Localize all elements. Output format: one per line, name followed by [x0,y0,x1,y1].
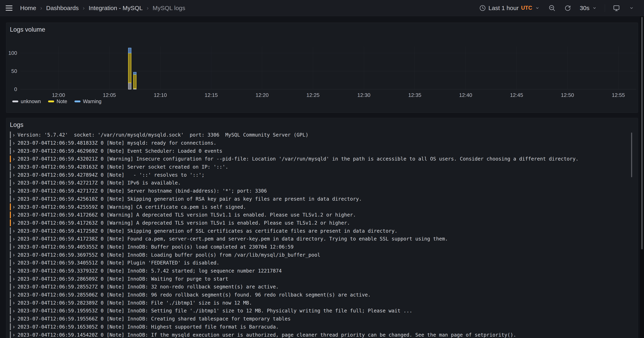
log-row[interactable]: ›2023-07-04T12:06:59.417258Z 0 [Note] Sk… [10,227,628,235]
log-message: 2023-07-04T12:06:59.427172Z 0 [Note] Ser… [18,188,267,194]
expand-chevron-icon[interactable]: › [13,203,15,210]
logs-scrollbar-thumb[interactable] [631,133,632,177]
menu-icon[interactable] [6,6,12,11]
legend-item-note[interactable]: Note [48,99,67,104]
expand-chevron-icon[interactable]: › [13,307,15,314]
expand-chevron-icon[interactable]: › [13,235,15,242]
time-range-picker[interactable]: Last 1 hour UTC [476,3,543,14]
log-row[interactable]: ›2023-07-04T12:06:59.145420Z 0 [Note] In… [10,331,628,338]
log-row[interactable]: ›2023-07-04T12:06:59.427172Z 0 [Note] Se… [10,187,628,195]
expand-chevron-icon[interactable]: › [13,299,15,306]
log-row[interactable]: ›Version: '5.7.42' socket: '/var/run/mys… [10,131,628,139]
bar-segment-Note[interactable] [128,53,131,83]
toolbar-more-dropdown[interactable] [626,3,637,14]
legend-item-unknown[interactable]: unknown [12,99,41,104]
legend-label: Warning [83,99,102,104]
expand-chevron-icon[interactable]: › [13,211,15,218]
expand-chevron-icon[interactable]: › [13,267,15,274]
log-row[interactable]: ›2023-07-04T12:06:59.428163Z 0 [Note] Se… [10,163,628,171]
expand-chevron-icon[interactable]: › [13,164,15,170]
expand-chevron-icon[interactable]: › [13,315,15,322]
log-row[interactable]: ›2023-07-04T12:06:59.405355Z 0 [Note] In… [10,243,628,251]
refresh-interval-label: 30s [580,5,590,12]
log-level-strip-warning [10,219,11,226]
page-scrollbar[interactable] [640,16,644,338]
log-row[interactable]: ›2023-07-04T12:06:59.427217Z 0 [Note] IP… [10,179,628,187]
log-row[interactable]: ›2023-07-04T12:06:59.417238Z 0 [Note] Fo… [10,235,628,243]
expand-chevron-icon[interactable]: › [13,132,15,138]
refresh-button[interactable] [561,3,574,14]
log-row[interactable]: ›2023-07-04T12:06:59.285527Z 0 [Note] In… [10,283,628,291]
kiosk-mode-button[interactable] [610,3,623,14]
expand-chevron-icon[interactable]: › [13,323,15,330]
legend-color-pill [12,101,18,102]
log-row[interactable]: ›2023-07-04T12:06:59.165305Z 0 [Note] In… [10,323,628,331]
log-row[interactable]: ›2023-07-04T12:06:59.285506Z 0 [Note] In… [10,291,628,299]
bar-segment-Note[interactable] [134,74,136,88]
log-level-strip-note [10,291,11,298]
log-message: 2023-07-04T12:06:59.282389Z 0 [Note] Inn… [18,300,252,306]
log-row[interactable]: ›2023-07-04T12:06:59.195953Z 0 [Note] In… [10,307,628,315]
log-level-strip-note [10,259,11,266]
expand-chevron-icon[interactable]: › [13,331,15,338]
log-row[interactable]: ›2023-07-04T12:06:59.432021Z 0 [Warning]… [10,155,628,163]
log-row[interactable]: ›2023-07-04T12:06:59.462969Z 0 [Note] Ev… [10,147,628,155]
log-level-strip-note [10,171,11,178]
page-scrollbar-thumb[interactable] [641,17,643,249]
expand-chevron-icon[interactable]: › [13,179,15,186]
log-level-strip-note [10,307,11,314]
expand-chevron-icon[interactable]: › [13,171,15,178]
chevron-down-icon [535,6,540,11]
logs-scrollbar[interactable] [631,133,632,249]
legend-item-warning[interactable]: Warning [74,99,102,104]
breadcrumb-item[interactable]: MySQL logs [152,5,185,12]
expand-chevron-icon[interactable]: › [13,283,15,290]
panel-title-logs-volume[interactable]: Logs volume [10,26,45,33]
log-row[interactable]: ›2023-07-04T12:06:59.417266Z 0 [Warning]… [10,211,628,219]
log-row[interactable]: ›2023-07-04T12:06:59.282389Z 0 [Note] In… [10,299,628,307]
bar-segment-Warning[interactable] [134,72,136,75]
log-row[interactable]: ›2023-07-04T12:06:59.417263Z 0 [Warning]… [10,219,628,227]
breadcrumb-item[interactable]: Dashboards [46,5,79,12]
panel-logs: Logs ›Version: '5.7.42' socket: '/var/ru… [6,118,638,338]
legend-label: unknown [21,99,41,104]
breadcrumb-separator-icon: › [147,5,148,11]
log-row[interactable]: ›2023-07-04T12:06:59.369755Z 0 [Note] In… [10,251,628,259]
expand-chevron-icon[interactable]: › [13,219,15,226]
expand-chevron-icon[interactable]: › [13,275,15,282]
breadcrumb-item[interactable]: Home [20,5,36,12]
log-row[interactable]: ›2023-07-04T12:06:59.337932Z 0 [Note] In… [10,267,628,275]
x-axis-tick-label: 12:30 [357,92,370,98]
logs-volume-chart[interactable]: 12:0012:0512:1012:1512:2012:2512:3012:35… [6,44,638,99]
breadcrumb-item[interactable]: Integration - MySQL [88,5,142,12]
log-row[interactable]: ›2023-07-04T12:06:59.340551Z 0 [Note] Pl… [10,259,628,267]
log-row[interactable]: ›2023-07-04T12:06:59.427894Z 0 [Note] - … [10,171,628,179]
x-axis-tick-label: 12:00 [52,92,65,98]
log-row[interactable]: ›2023-07-04T12:06:59.286509Z 0 [Note] In… [10,275,628,283]
expand-chevron-icon[interactable]: › [13,227,15,234]
log-message: 2023-07-04T12:06:59.369755Z 0 [Note] Inn… [18,252,320,258]
panel-title-logs[interactable]: Logs [10,121,23,129]
log-level-strip-note [10,188,11,194]
zoom-out-button[interactable] [546,3,558,14]
bar-segment-Warning[interactable] [128,48,131,53]
log-message: 2023-07-04T12:06:59.337932Z 0 [Note] Inn… [18,268,282,274]
expand-chevron-icon[interactable]: › [13,140,15,146]
bar-segment-unknown[interactable] [128,83,131,89]
expand-chevron-icon[interactable]: › [13,156,15,162]
expand-chevron-icon[interactable]: › [13,195,15,202]
log-message: 2023-07-04T12:06:59.417266Z 0 [Warning] … [18,212,356,218]
legend-color-pill [74,101,80,102]
log-row[interactable]: ›2023-07-04T12:06:59.425559Z 0 [Warning]… [10,203,628,211]
log-row[interactable]: ›2023-07-04T12:06:59.481833Z 0 [Note] my… [10,139,628,147]
expand-chevron-icon[interactable]: › [13,251,15,258]
refresh-interval-dropdown[interactable]: 30s [577,3,600,14]
toolbar-divider [605,4,605,12]
expand-chevron-icon[interactable]: › [13,188,15,194]
expand-chevron-icon[interactable]: › [13,243,15,250]
expand-chevron-icon[interactable]: › [13,291,15,298]
expand-chevron-icon[interactable]: › [13,259,15,266]
log-row[interactable]: ›2023-07-04T12:06:59.425610Z 0 [Note] Sk… [10,195,628,203]
expand-chevron-icon[interactable]: › [13,147,15,154]
log-row[interactable]: ›2023-07-04T12:06:59.195566Z 0 [Note] In… [10,315,628,323]
